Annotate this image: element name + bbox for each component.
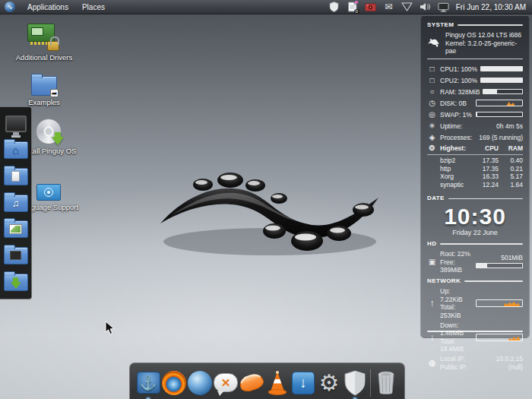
- highest-table-header: ⚙ Highest: CPU RAM: [427, 143, 523, 154]
- distro-logo-icon[interactable]: ∿: [5, 2, 15, 12]
- network-down-row: ↓ Down: 1.48MiB Total: 18.4MiB: [427, 321, 523, 354]
- download-arrow-icon: [11, 282, 21, 289]
- anchor-icon: ⚓: [137, 372, 160, 394]
- notification-dot: [355, 1, 358, 4]
- mouse-cursor: [105, 321, 115, 338]
- upload-arrow-icon: ↑: [427, 299, 437, 308]
- dock-item-trash[interactable]: [373, 368, 399, 398]
- chat-bubble-icon: ✕: [214, 373, 238, 392]
- upload-graph: [476, 299, 523, 307]
- stat-row-processes: ◈ Processes: 169 (5 running): [427, 131, 523, 143]
- conky-clock: 10:30: [427, 204, 523, 229]
- desktop: ∿ Applications Places 0 ✉: [0, 0, 532, 399]
- down-arrow-icon: ↓: [292, 372, 315, 394]
- dock-item-clementine[interactable]: [239, 368, 264, 398]
- photo-icon: [10, 225, 21, 233]
- shield-icon: [344, 370, 366, 396]
- menu-applications[interactable]: Applications: [26, 2, 70, 13]
- conky-date: Friday 22 June: [427, 229, 523, 237]
- dock-item-home-folder[interactable]: ⌂: [4, 138, 28, 163]
- globe-icon: ⊕: [427, 359, 437, 368]
- dock-item-antivirus[interactable]: [342, 368, 368, 398]
- os-version: Pinguy OS 12.04 LTS i686: [445, 31, 523, 40]
- panel-clock[interactable]: Fri Jun 22, 10:30 AM: [456, 3, 526, 11]
- cpu-icon: □: [427, 65, 437, 73]
- section-title-network: NETWORK: [427, 277, 461, 285]
- dock-item-documents-folder[interactable]: [4, 164, 28, 188]
- tray-count-badge: 0: [354, 9, 359, 14]
- process-row: Xorg 16.335.17: [427, 173, 523, 181]
- computer-icon: [5, 116, 27, 132]
- left-dock: ⌂ ♫: [0, 106, 32, 299]
- dock-item-vlc[interactable]: [264, 368, 290, 398]
- dock-item-firefox[interactable]: [161, 368, 187, 398]
- download-arrow-icon: ↓: [427, 333, 437, 342]
- desktop-icon-examples[interactable]: ➦ Examples: [11, 64, 78, 106]
- stat-row-swap: ◎ SWAP: 1%: [427, 109, 523, 120]
- processes-icon: ◈: [427, 134, 437, 141]
- display-tray-icon[interactable]: [438, 2, 449, 13]
- stat-row-ram: ○ RAM: 328MiB: [427, 86, 523, 97]
- hd-usage-row: ▣ Root: 22% Free: 389MiB 501MiB: [427, 250, 523, 274]
- desktop-icon-additional-drivers[interactable]: Additional Drivers: [11, 19, 78, 62]
- harddisk-icon: ▣: [427, 258, 437, 266]
- dock-item-computer[interactable]: [4, 112, 28, 136]
- shield-tray-icon[interactable]: [328, 2, 340, 13]
- film-icon: [10, 251, 21, 260]
- swap-icon: ◎: [427, 111, 437, 119]
- desktop-icon-label: Additional Drivers: [11, 53, 78, 62]
- cpu-icon: □: [427, 77, 437, 84]
- dock-item-settings[interactable]: ⚙: [316, 368, 342, 398]
- mail-tray-icon[interactable]: ✉: [383, 2, 394, 13]
- wallpaper-swoosh-graphic: [156, 166, 384, 261]
- vlc-cone-icon: [265, 370, 290, 396]
- thunderbird-icon: [188, 371, 212, 395]
- top-panel: ∿ Applications Places 0 ✉: [0, 0, 532, 14]
- ram-icon: ○: [427, 88, 437, 96]
- conky-bottom-rule: [427, 331, 523, 332]
- section-title-system: SYSTEM: [427, 21, 454, 29]
- home-icon: ⌂: [12, 144, 19, 156]
- dock-item-download-manager[interactable]: ↓: [290, 368, 316, 398]
- gear-icon: ⚙: [319, 372, 340, 394]
- dock-item-thunderbird[interactable]: [187, 368, 213, 398]
- dock-item-pictures-folder[interactable]: [4, 217, 28, 242]
- dock-item-videos-folder[interactable]: [4, 244, 28, 268]
- dock-separator: [370, 369, 371, 397]
- stat-row-cpu1: □ CPU1: 100%: [427, 63, 523, 74]
- orange-slice-icon: [238, 372, 266, 394]
- download-graph: [476, 334, 523, 341]
- firefox-icon: [162, 371, 186, 395]
- conky-system-monitor: SYSTEM Pinguy OS 12.04 LTS i686 Kernel: …: [420, 15, 530, 338]
- kernel-version: Kernel: 3.2.0-25-generic-pae: [445, 40, 523, 55]
- screenshot-tray-icon[interactable]: [365, 2, 376, 13]
- pinguy-logo-icon: [427, 36, 441, 51]
- dock-item-docky[interactable]: ⚓: [135, 368, 161, 398]
- volume-tray-icon[interactable]: [420, 2, 431, 13]
- process-row: synaptic 12.241.64: [427, 181, 523, 189]
- dock-item-music-folder[interactable]: ♫: [4, 191, 28, 215]
- process-row: http 17.350.21: [427, 165, 523, 173]
- section-title-hd: HD: [427, 240, 436, 248]
- network-up-row: ↑ Up: 7.22KiB Total: 253KiB: [427, 287, 523, 320]
- trash-icon: [376, 371, 396, 395]
- gears-icon: ⚙: [427, 144, 437, 152]
- dock-item-xchat[interactable]: ✕: [213, 368, 239, 398]
- section-title-date: DATE: [427, 195, 445, 202]
- music-note-icon: ♫: [12, 198, 20, 208]
- process-row: bzip2 17.350.40: [427, 157, 523, 165]
- shortcut-arrow-icon: ➦: [50, 89, 59, 97]
- bottom-dock: ⚓ ✕ ↓ ⚙: [129, 363, 405, 399]
- ip-rows: ⊕ Local IP: Public IP: 10.0.2.15 (null): [427, 355, 523, 371]
- menu-places[interactable]: Places: [81, 2, 106, 13]
- install-cd-icon: [36, 119, 62, 144]
- wireless-tray-icon[interactable]: [401, 2, 413, 13]
- stat-row-cpu2: □ CPU2: 100%: [427, 74, 523, 86]
- notes-tray-icon[interactable]: 0: [347, 2, 358, 13]
- disk-activity-graph: [476, 100, 523, 106]
- examples-folder-icon: ➦: [31, 76, 57, 96]
- uptime-icon: ✳: [427, 122, 437, 130]
- desktop-icon-label: Examples: [11, 98, 78, 106]
- stat-row-disk: ◷ DISK: 0B: [427, 97, 523, 109]
- dock-item-downloads-folder[interactable]: [4, 270, 28, 294]
